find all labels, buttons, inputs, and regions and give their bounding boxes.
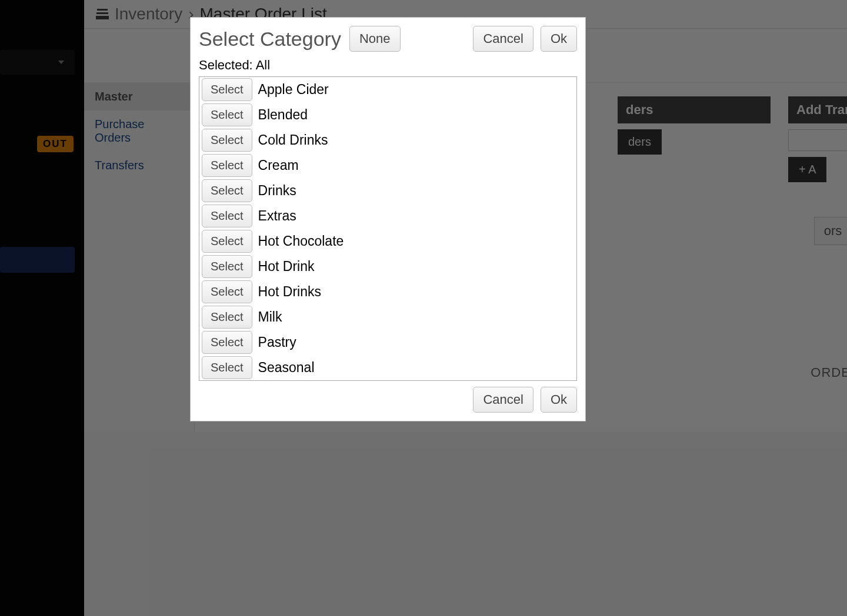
category-row: SelectDrinks (199, 178, 576, 203)
category-row: SelectBlended (199, 102, 576, 128)
category-label: Milk (258, 309, 282, 325)
cancel-button-top[interactable]: Cancel (473, 26, 533, 52)
select-category-button[interactable]: Select (202, 280, 252, 303)
ok-button-top[interactable]: Ok (541, 26, 577, 52)
category-list: SelectApple CiderSelectBlendedSelectCold… (199, 76, 577, 381)
category-row: SelectCold Drinks (199, 128, 576, 153)
none-button[interactable]: None (349, 26, 401, 52)
select-category-modal: Select Category None Cancel Ok Selected:… (190, 17, 586, 421)
category-label: Blended (258, 107, 308, 123)
category-row: SelectApple Cider (199, 77, 576, 102)
category-label: Hot Chocolate (258, 233, 344, 249)
select-category-button[interactable]: Select (202, 205, 252, 227)
category-label: Drinks (258, 183, 296, 199)
category-row: SelectHot Drink (199, 254, 576, 279)
category-label: Extras (258, 208, 296, 224)
category-label: Seasonal (258, 360, 315, 376)
select-category-button[interactable]: Select (202, 154, 252, 177)
category-row: SelectCream (199, 153, 576, 178)
cancel-button-bottom[interactable]: Cancel (473, 387, 533, 413)
select-category-button[interactable]: Select (202, 331, 252, 354)
category-row: SelectHot Drinks (199, 279, 576, 304)
category-row: SelectExtras (199, 203, 576, 229)
category-label: Pastry (258, 334, 296, 350)
category-label: Hot Drink (258, 259, 315, 274)
category-row: SelectMilk (199, 304, 576, 330)
category-label: Cold Drinks (258, 132, 328, 148)
category-row: SelectSeasonal (199, 355, 576, 380)
select-category-button[interactable]: Select (202, 78, 252, 101)
ok-button-bottom[interactable]: Ok (541, 387, 577, 413)
category-row: SelectHot Chocolate (199, 229, 576, 254)
select-category-button[interactable]: Select (202, 129, 252, 152)
modal-title: Select Category (199, 28, 341, 51)
select-category-button[interactable]: Select (202, 356, 252, 379)
select-category-button[interactable]: Select (202, 103, 252, 126)
select-category-button[interactable]: Select (202, 255, 252, 278)
selected-value: All (256, 58, 270, 72)
category-label: Apple Cider (258, 82, 329, 98)
category-label: Cream (258, 158, 299, 173)
category-row: SelectPastry (199, 330, 576, 355)
category-label: Hot Drinks (258, 284, 321, 300)
select-category-button[interactable]: Select (202, 306, 252, 329)
selected-prefix: Selected: (199, 58, 256, 72)
select-category-button[interactable]: Select (202, 179, 252, 202)
selected-summary: Selected: All (199, 58, 577, 73)
select-category-button[interactable]: Select (202, 230, 252, 253)
